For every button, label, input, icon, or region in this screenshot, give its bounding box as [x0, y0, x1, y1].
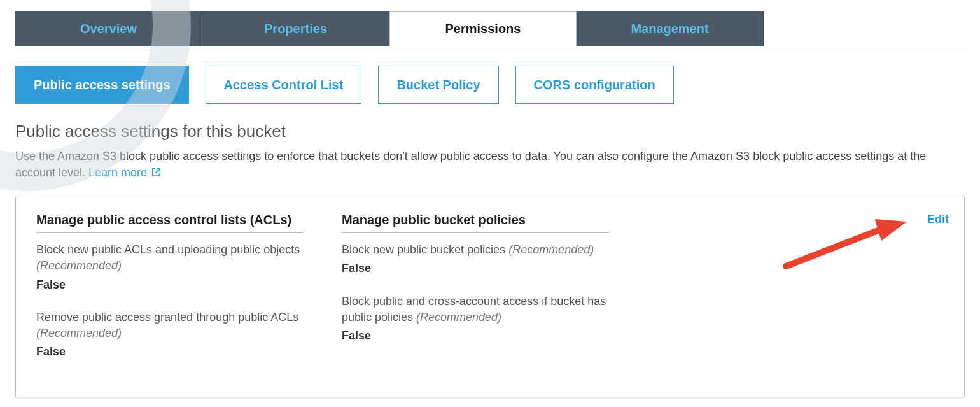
- setting-value: False: [36, 344, 304, 360]
- subtab-public-access-settings[interactable]: Public access settings: [15, 66, 189, 104]
- permissions-subtab-bar: Public access settings Access Control Li…: [15, 66, 965, 104]
- setting-recommended: (Recommended): [508, 243, 594, 256]
- policy-setting-block-cross-account: Block public and cross-account access if…: [342, 294, 609, 345]
- acl-setting-block-new: Block new public ACLs and uploading publ…: [36, 242, 304, 293]
- acl-column: Manage public access control lists (ACLs…: [36, 213, 304, 376]
- section-description: Use the Amazon S3 block public access se…: [15, 148, 957, 182]
- policy-setting-block-new: Block new public bucket policies (Recomm…: [342, 242, 609, 276]
- external-link-icon: [151, 165, 161, 182]
- top-tab-bar: Overview Properties Permissions Manageme…: [15, 11, 970, 46]
- subtab-cors-configuration[interactable]: CORS configuration: [515, 66, 674, 104]
- subtab-bucket-policy[interactable]: Bucket Policy: [378, 66, 498, 104]
- policy-column: Manage public bucket policies Block new …: [342, 213, 609, 376]
- public-access-settings-panel: Edit Manage public access control lists …: [15, 197, 965, 397]
- content-area: Public access settings Access Control Li…: [0, 46, 980, 407]
- tab-management[interactable]: Management: [577, 11, 764, 46]
- setting-recommended: (Recommended): [416, 311, 501, 324]
- setting-label: Remove public access granted through pub…: [36, 311, 298, 324]
- setting-value: False: [36, 277, 304, 293]
- setting-label: Block new public ACLs and uploading publ…: [36, 243, 300, 256]
- setting-recommended: (Recommended): [36, 259, 122, 272]
- setting-label: Block new public bucket policies: [342, 243, 508, 256]
- acl-setting-remove-granted: Remove public access granted through pub…: [36, 310, 304, 361]
- edit-button[interactable]: Edit: [927, 213, 949, 226]
- section-heading: Public access settings for this bucket: [15, 122, 965, 141]
- setting-recommended: (Recommended): [36, 327, 122, 339]
- setting-value: False: [342, 261, 609, 276]
- subtab-access-control-list[interactable]: Access Control List: [206, 66, 362, 104]
- policy-column-title: Manage public bucket policies: [342, 213, 609, 233]
- learn-more-label: Learn more: [88, 166, 147, 179]
- acl-column-title: Manage public access control lists (ACLs…: [36, 213, 304, 233]
- setting-value: False: [342, 328, 609, 344]
- tab-properties[interactable]: Properties: [202, 11, 389, 46]
- learn-more-link[interactable]: Learn more: [88, 166, 161, 179]
- tab-overview[interactable]: Overview: [15, 11, 202, 46]
- tab-permissions[interactable]: Permissions: [389, 11, 577, 46]
